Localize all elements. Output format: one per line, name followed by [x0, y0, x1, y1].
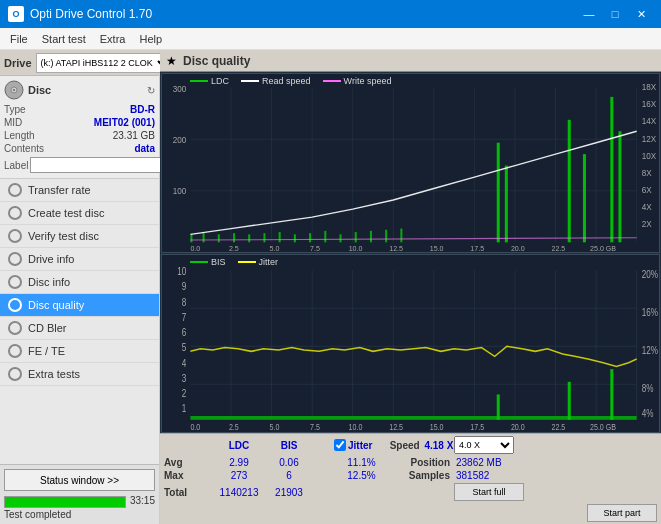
legend-read-speed: Read speed — [241, 76, 311, 86]
titlebar: O Opti Drive Control 1.70 — □ ✕ — [0, 0, 661, 28]
start-part-button[interactable]: Start part — [587, 504, 657, 522]
max-label: Max — [164, 470, 214, 481]
legend-jitter-color — [238, 261, 256, 263]
svg-rect-57 — [568, 120, 571, 243]
menubar: File Start test Extra Help — [0, 28, 661, 50]
progress-bar-inner — [5, 497, 125, 507]
legend-read-speed-color — [241, 80, 259, 82]
nav-icon-extra — [8, 367, 22, 381]
nav-transfer-rate[interactable]: Transfer rate — [0, 179, 159, 202]
jitter-checkbox[interactable] — [334, 439, 346, 451]
speed-select[interactable]: 4.0 X — [454, 436, 514, 454]
status-window-button[interactable]: Status window >> — [4, 469, 155, 491]
svg-text:10X: 10X — [642, 150, 657, 161]
svg-text:7: 7 — [182, 312, 187, 323]
nav-label-verify: Verify test disc — [28, 230, 99, 242]
svg-rect-54 — [400, 229, 402, 243]
svg-text:22.5: 22.5 — [551, 244, 565, 251]
nav-cd-bler[interactable]: CD Bler — [0, 317, 159, 340]
nav-extra-tests[interactable]: Extra tests — [0, 363, 159, 386]
legend-write-speed: Write speed — [323, 76, 392, 86]
label-input[interactable] — [30, 157, 163, 173]
svg-text:4: 4 — [182, 357, 187, 368]
svg-rect-48 — [309, 233, 311, 242]
nav-label-extra: Extra tests — [28, 368, 80, 380]
charts-area: LDC Read speed Write speed — [160, 72, 661, 433]
nav-verify-test-disc[interactable]: Verify test disc — [0, 225, 159, 248]
legend-ldc-color — [190, 80, 208, 82]
nav-icon-verify — [8, 229, 22, 243]
svg-text:15.0: 15.0 — [430, 422, 444, 432]
svg-text:9: 9 — [182, 281, 187, 292]
svg-text:17.5: 17.5 — [470, 422, 484, 432]
svg-rect-104 — [568, 381, 571, 419]
mid-key: MID — [4, 117, 22, 128]
legend-jitter-label: Jitter — [259, 257, 279, 267]
svg-text:2X: 2X — [642, 219, 652, 230]
svg-text:8: 8 — [182, 296, 187, 307]
svg-rect-43 — [233, 233, 235, 242]
time-display: 33:15 — [130, 495, 155, 506]
nav-icon-fe — [8, 344, 22, 358]
nav-create-test-disc[interactable]: Create test disc — [0, 202, 159, 225]
status-text: Test completed — [4, 509, 155, 520]
svg-text:15.0: 15.0 — [430, 244, 444, 251]
drive-select[interactable]: (k:) ATAPI iHBS112 2 CLOK — [36, 53, 171, 73]
max-ldc: 273 — [214, 470, 264, 481]
start-full-button[interactable]: Start full — [454, 483, 524, 501]
svg-text:18X: 18X — [642, 82, 657, 93]
length-value: 23.31 GB — [113, 130, 155, 141]
svg-text:2.5: 2.5 — [229, 422, 239, 432]
svg-rect-59 — [610, 97, 613, 242]
svg-rect-45 — [263, 233, 265, 242]
svg-text:12.5: 12.5 — [389, 422, 403, 432]
position-label: Position — [389, 457, 454, 468]
svg-text:300: 300 — [173, 84, 187, 95]
legend-ldc-label: LDC — [211, 76, 229, 86]
disc-refresh-icon[interactable]: ↻ — [147, 85, 155, 96]
top-chart: LDC Read speed Write speed — [161, 73, 660, 253]
menu-extra[interactable]: Extra — [94, 31, 132, 47]
svg-rect-55 — [497, 143, 500, 243]
svg-text:2.5: 2.5 — [229, 244, 239, 251]
svg-rect-47 — [294, 234, 296, 242]
max-bis: 6 — [264, 470, 314, 481]
bottom-chart-legend: BIS Jitter — [190, 257, 278, 267]
svg-text:12.5: 12.5 — [389, 244, 403, 251]
svg-text:16X: 16X — [642, 99, 657, 110]
total-ldc: 1140213 — [214, 487, 264, 498]
svg-text:8%: 8% — [642, 383, 654, 394]
svg-text:20.0: 20.0 — [511, 244, 525, 251]
svg-rect-56 — [505, 166, 508, 243]
samples-value: 381582 — [454, 470, 529, 481]
legend-write-speed-color — [323, 80, 341, 82]
samples-label: Samples — [389, 470, 454, 481]
nav-fe-te[interactable]: FE / TE — [0, 340, 159, 363]
minimize-button[interactable]: — — [577, 5, 601, 23]
svg-text:25.0 GB: 25.0 GB — [590, 244, 616, 251]
nav-disc-info[interactable]: Disc info — [0, 271, 159, 294]
svg-rect-103 — [497, 394, 500, 419]
bottom-stats: LDC BIS Jitter Speed 4.18 X 4.0 X — [160, 433, 661, 524]
stats-bis-header: BIS — [264, 440, 314, 451]
menu-help[interactable]: Help — [133, 31, 168, 47]
total-label: Total — [164, 487, 214, 498]
svg-text:100: 100 — [173, 186, 187, 197]
close-button[interactable]: ✕ — [629, 5, 653, 23]
svg-text:16%: 16% — [642, 307, 658, 318]
stats-speed-header: Speed 4.18 X — [389, 440, 454, 451]
label-key: Label — [4, 160, 28, 171]
svg-text:3: 3 — [182, 372, 187, 383]
maximize-button[interactable]: □ — [603, 5, 627, 23]
svg-text:6: 6 — [182, 327, 187, 338]
menu-start-test[interactable]: Start test — [36, 31, 92, 47]
legend-bis-color — [190, 261, 208, 263]
nav-drive-info[interactable]: Drive info — [0, 248, 159, 271]
legend-ldc: LDC — [190, 76, 229, 86]
app-title: Opti Drive Control 1.70 — [30, 7, 152, 21]
nav-disc-quality[interactable]: Disc quality — [0, 294, 159, 317]
legend-bis-label: BIS — [211, 257, 226, 267]
svg-point-2 — [13, 89, 15, 91]
chart-header: ★ Disc quality — [160, 50, 661, 72]
menu-file[interactable]: File — [4, 31, 34, 47]
